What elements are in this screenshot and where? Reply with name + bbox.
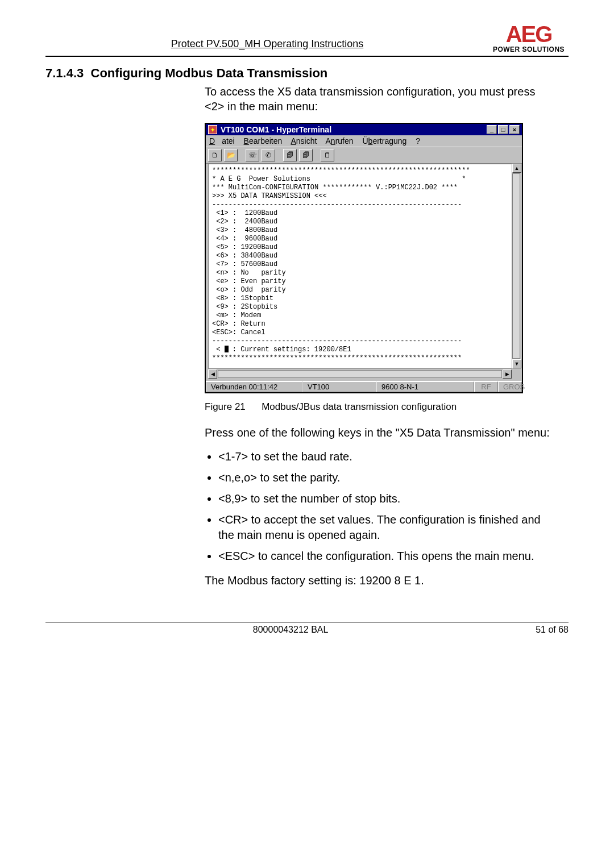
toolbar: 🗋 📂 ☏ ✆ 🗐 🗐 🗒 xyxy=(206,147,522,164)
status-flag-gros: GROS xyxy=(498,381,522,392)
horizontal-scrollbar[interactable]: ◀ ▶ xyxy=(208,368,512,379)
status-protocol: VT100 xyxy=(302,381,376,392)
screenshot-hyperterminal: ✦ VT100 COM1 - HyperTerminal _ □ × Datei… xyxy=(205,123,523,393)
properties-icon[interactable]: 🗒 xyxy=(321,149,334,161)
scroll-down-icon[interactable]: ▼ xyxy=(512,359,521,368)
vertical-scrollbar[interactable]: ▲ ▼ xyxy=(512,164,521,368)
list-item: <n,e,o> to set the parity. xyxy=(218,470,557,485)
list-item: <CR> to accept the set values. The confi… xyxy=(218,512,557,543)
menu-view[interactable]: Ansicht xyxy=(291,136,317,146)
send-icon[interactable]: 🗐 xyxy=(283,149,297,161)
menubar: Datei Bearbeiten Ansicht Anrufen Übertra… xyxy=(206,135,522,147)
minimize-button[interactable]: _ xyxy=(487,125,497,134)
app-icon: ✦ xyxy=(208,125,217,134)
scroll-up-icon[interactable]: ▲ xyxy=(512,164,521,173)
list-item: <ESC> to cancel the configuration. This … xyxy=(218,549,557,564)
status-flag-rf: RF xyxy=(474,381,498,392)
press-one-text: Press one of the following keys in the "… xyxy=(205,425,557,440)
menu-help[interactable]: ? xyxy=(416,136,420,146)
terminal-output: ****************************************… xyxy=(208,164,512,368)
menu-call[interactable]: Anrufen xyxy=(326,136,354,146)
menu-transfer[interactable]: Übertragung xyxy=(362,136,406,146)
window-title: VT100 COM1 - HyperTerminal xyxy=(221,125,487,134)
status-bar: Verbunden 00:11:42 VT100 9600 8-N-1 RF G… xyxy=(206,381,522,392)
list-item: <8,9> to set the number of stop bits. xyxy=(218,491,557,506)
running-title: Protect PV.500_MH Operating Instructions xyxy=(45,38,489,53)
window-titlebar: ✦ VT100 COM1 - HyperTerminal _ □ × xyxy=(206,124,522,135)
factory-setting: The Modbus factory setting is: 19200 8 E… xyxy=(205,573,557,588)
menu-file[interactable]: Datei xyxy=(209,136,235,146)
key-list: <1-7> to set the baud rate. <n,e,o> to s… xyxy=(205,449,557,564)
disconnect-icon[interactable]: ✆ xyxy=(262,149,275,161)
figure-caption: Figure 21 Modbus/JBus data transmission … xyxy=(205,401,557,413)
list-item: <1-7> to set the baud rate. xyxy=(218,449,557,464)
footer-doc-id: 80000043212 BAL xyxy=(253,625,329,635)
status-rate: 9600 8-N-1 xyxy=(376,381,474,392)
status-connection: Verbunden 00:11:42 xyxy=(206,381,302,392)
receive-icon[interactable]: 🗐 xyxy=(299,149,313,161)
scroll-right-icon[interactable]: ▶ xyxy=(503,369,512,379)
new-icon[interactable]: 🗋 xyxy=(208,149,222,161)
maximize-button[interactable]: □ xyxy=(498,125,508,134)
scroll-left-icon[interactable]: ◀ xyxy=(208,369,217,379)
open-icon[interactable]: 📂 xyxy=(224,149,238,161)
section-heading: 7.1.4.3 Configuring Modbus Data Transmis… xyxy=(45,66,569,81)
connect-icon[interactable]: ☏ xyxy=(246,149,259,161)
brand-logo: AEG POWER SOLUTIONS xyxy=(489,23,569,53)
footer-page: 51 of 68 xyxy=(536,625,569,635)
cursor-icon xyxy=(225,346,229,352)
close-button[interactable]: × xyxy=(509,125,520,134)
intro-text: To access the X5 data transmission confi… xyxy=(205,84,557,114)
menu-edit[interactable]: Bearbeiten xyxy=(244,136,283,146)
